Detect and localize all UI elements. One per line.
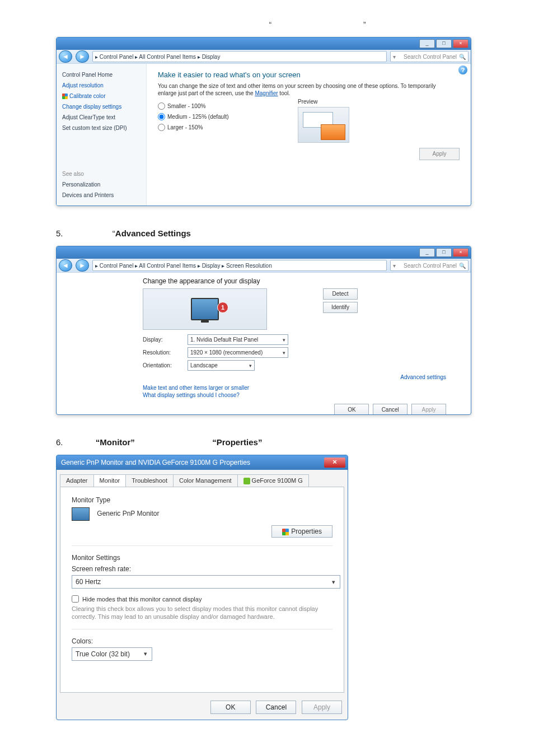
dialog-titlebar: Generic PnP Monitor and NVIDIA GeForce 9… — [57, 455, 348, 470]
larger-label: Larger - 150% — [167, 124, 203, 130]
breadcrumb-text: ▸ Control Panel ▸ All Control Panel Item… — [95, 54, 220, 60]
preview-pane: Preview — [298, 99, 365, 143]
display-combo[interactable]: 1. Nvidia Default Flat Panel — [188, 334, 288, 345]
which-settings-link[interactable]: What display settings should I choose? — [143, 392, 463, 398]
sidebar-home[interactable]: Control Panel Home — [62, 72, 140, 78]
display-label: Display: — [143, 337, 188, 343]
sidebar: Control Panel Home Adjust resolution Cal… — [57, 64, 147, 206]
nvidia-icon — [243, 478, 250, 484]
search-icon: 🔍 — [459, 263, 466, 269]
titlebar: _ □ × — [57, 246, 471, 259]
sidebar-devices-printers[interactable]: Devices and Printers — [62, 192, 140, 198]
preview-label: Preview — [298, 99, 365, 105]
radio-larger[interactable] — [158, 124, 165, 131]
shield-icon — [282, 529, 289, 535]
resolution-row: Resolution: 1920 × 1080 (recommended) — [143, 347, 463, 358]
medium-label: Medium - 125% (default) — [167, 114, 229, 120]
dialog-title: Generic PnP Monitor and NVIDIA GeForce 9… — [61, 459, 324, 466]
min-button[interactable]: _ — [419, 39, 435, 48]
close-button[interactable]: × — [453, 39, 469, 48]
step5-num: 5. — [56, 228, 63, 238]
breadcrumb[interactable]: ▸ Control Panel ▸ All Control Panel Item… — [92, 260, 387, 271]
apply-button[interactable]: Apply — [302, 701, 342, 714]
search-input[interactable]: ▾ Search Control Panel 🔍 — [390, 260, 469, 271]
preview-thumb — [298, 107, 349, 143]
divider — [72, 629, 332, 629]
tab-adapter[interactable]: Adapter — [60, 474, 94, 487]
back-icon[interactable]: ◄ — [59, 259, 72, 272]
search-icon: 🔍 — [459, 54, 466, 60]
monitor-icon — [72, 507, 90, 521]
refresh-value: 60 Hertz — [76, 578, 101, 586]
hide-modes-checkbox-row[interactable]: Hide modes that this monitor cannot disp… — [72, 595, 332, 603]
navbar: ◄ ► ▸ Control Panel ▸ All Control Panel … — [57, 259, 471, 273]
sidebar-calibrate-color[interactable]: Calibrate color — [62, 93, 140, 99]
monitor-settings-heading: Monitor Settings — [72, 554, 332, 562]
forward-icon[interactable]: ► — [76, 259, 89, 272]
min-button[interactable]: _ — [419, 248, 435, 257]
monitor-name: Generic PnP Monitor — [97, 510, 159, 517]
resolution-value: 1920 × 1080 (recommended) — [190, 349, 263, 356]
display-content: Make it easier to read what's on your sc… — [147, 64, 471, 206]
search-placeholder: Search Control Panel — [404, 54, 457, 60]
step6-num: 6. — [56, 437, 63, 447]
monitor-properties-dialog: Generic PnP Monitor and NVIDIA GeForce 9… — [56, 455, 348, 720]
max-button[interactable]: □ — [436, 39, 452, 48]
radio-smaller[interactable] — [158, 102, 165, 110]
ok-button[interactable]: OK — [210, 701, 251, 714]
orientation-combo[interactable]: Landscape — [188, 360, 255, 371]
identify-button[interactable]: Identify — [323, 302, 358, 313]
navbar: ◄ ► ▸ Control Panel ▸ All Control Panel … — [57, 50, 471, 64]
step6-monitor: “Monitor” — [96, 437, 135, 447]
tab-troubleshoot[interactable]: Troubleshoot — [125, 474, 174, 487]
step6-caption: 6. “Monitor” “Properties” — [56, 437, 478, 447]
close-button[interactable]: × — [453, 248, 469, 257]
hide-modes-checkbox[interactable] — [72, 595, 79, 603]
colors-combo[interactable]: True Color (32 bit) — [72, 647, 152, 661]
cancel-button[interactable]: Cancel — [256, 701, 296, 714]
monitor-preview: 1 — [143, 288, 267, 330]
detect-button[interactable]: Detect — [323, 288, 358, 300]
refresh-rate-combo[interactable]: 60 Hertz — [72, 575, 340, 589]
orientation-row: Orientation: Landscape — [143, 360, 463, 371]
magnifier-link[interactable]: Magnifier — [255, 90, 278, 96]
tab-geforce[interactable]: GeForce 9100M G — [237, 474, 309, 487]
back-icon[interactable]: ◄ — [59, 50, 72, 63]
resolution-combo[interactable]: 1920 × 1080 (recommended) — [188, 347, 288, 358]
hide-modes-label: Hide modes that this monitor cannot disp… — [82, 596, 202, 603]
ok-button[interactable]: OK — [334, 404, 369, 415]
tab-monitor[interactable]: Monitor — [93, 474, 127, 487]
desc-post: tool. — [279, 90, 290, 96]
intro-quotes: “ ” — [157, 20, 478, 29]
display-window: _ □ × ◄ ► ▸ Control Panel ▸ All Control … — [56, 37, 471, 206]
search-placeholder: Search Control Panel — [404, 263, 457, 269]
sidebar-cleartype[interactable]: Adjust ClearType text — [62, 114, 140, 120]
breadcrumb[interactable]: ▸ Control Panel ▸ All Control Panel Item… — [92, 51, 387, 62]
forward-icon[interactable]: ► — [76, 50, 89, 63]
search-input[interactable]: ▾ Search Control Panel 🔍 — [390, 51, 469, 62]
radio-medium[interactable] — [158, 113, 165, 120]
close-quote: ” — [363, 20, 366, 29]
properties-button[interactable]: Properties — [271, 525, 332, 538]
tab-color-management[interactable]: Color Management — [173, 474, 238, 487]
max-button[interactable]: □ — [436, 248, 452, 257]
orientation-value: Landscape — [190, 362, 218, 368]
sidebar-custom-dpi[interactable]: Set custom text size (DPI) — [62, 125, 140, 131]
smaller-label: Smaller - 100% — [167, 103, 205, 109]
advanced-settings-link[interactable]: Advanced settings — [143, 374, 446, 380]
divider — [72, 545, 332, 546]
larger-smaller-link[interactable]: Make text and other items larger or smal… — [143, 385, 463, 391]
sidebar-adjust-resolution[interactable]: Adjust resolution — [62, 82, 140, 88]
colors-value: True Color (32 bit) — [76, 650, 130, 658]
shield-icon — [62, 94, 68, 99]
desc-pre: You can change the size of text and othe… — [158, 83, 435, 96]
apply-button[interactable]: Apply — [411, 404, 446, 415]
sidebar-personalization[interactable]: Personalization — [62, 181, 140, 188]
refresh-label: Screen refresh rate: — [72, 565, 332, 573]
sidebar-change-display-settings[interactable]: Change display settings — [62, 104, 140, 110]
dialog-button-row: OK Cancel Apply — [57, 696, 348, 720]
step5-quote: “Advanced Settings — [113, 228, 191, 238]
cancel-button[interactable]: Cancel — [373, 404, 407, 415]
apply-button[interactable]: Apply — [419, 148, 460, 160]
close-button[interactable]: × — [324, 458, 345, 468]
